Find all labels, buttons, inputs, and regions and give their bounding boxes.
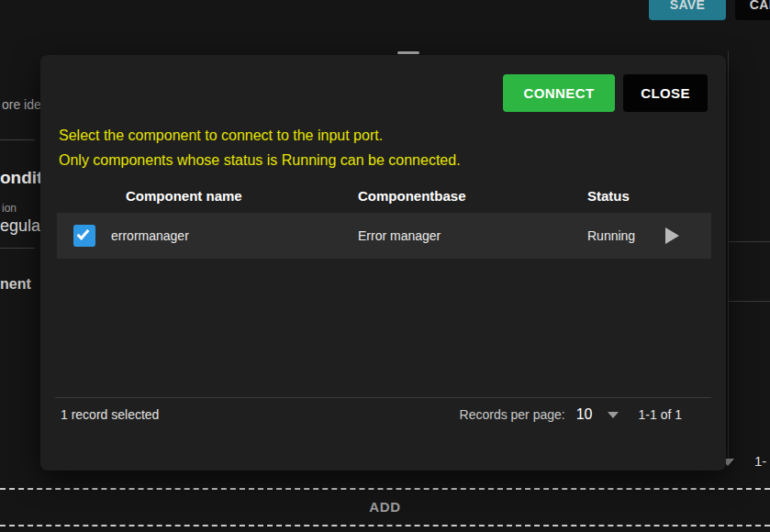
section-divider	[0, 248, 35, 249]
records-per-page-label: Records per page:	[460, 407, 565, 422]
truncated-field-label: ion	[2, 202, 17, 215]
play-arrow-icon[interactable]	[665, 227, 679, 244]
truncated-section-title-condition: ondit	[0, 168, 42, 188]
add-button[interactable]: ADD	[0, 499, 770, 515]
save-button[interactable]: SAVE	[649, 0, 726, 20]
truncated-label-identifier: ore ider	[2, 97, 45, 112]
panel-border	[728, 51, 729, 459]
cancel-button[interactable]: CANCEL	[735, 0, 770, 20]
selection-count-text: 1 record selected	[61, 407, 159, 422]
checkmark-icon	[77, 227, 90, 239]
pagination-fragment: 1-	[754, 453, 766, 469]
connect-button[interactable]: CONNECT	[503, 74, 615, 112]
close-button[interactable]: CLOSE	[623, 74, 708, 112]
section-divider	[0, 139, 35, 140]
connect-component-dialog: CONNECT CLOSE Select the component to co…	[40, 55, 726, 471]
chevron-down-icon[interactable]	[608, 412, 619, 418]
column-header-component-name: Component name	[126, 188, 242, 204]
footer-divider	[55, 397, 711, 398]
dashed-divider	[0, 525, 770, 526]
column-header-status: Status	[587, 188, 630, 204]
truncated-section-title-component: nent	[0, 276, 31, 293]
dialog-message-line2: Only components whose status is Running …	[59, 148, 461, 172]
dialog-message-line1: Select the component to connect to the i…	[59, 123, 461, 148]
cell-status: Running	[587, 228, 635, 243]
pagination-range-text: 1-1 of 1	[639, 407, 682, 422]
app-screen: SAVE CANCEL ore ider ondit ion egular ne…	[0, 0, 770, 532]
pagination-controls: Records per page: 10 1-1 of 1	[460, 401, 682, 428]
row-checkbox[interactable]	[73, 225, 95, 247]
cell-componentbase: Error manager	[358, 228, 441, 243]
cell-component-name: errormanager	[111, 228, 189, 243]
records-per-page-select[interactable]: 10	[576, 406, 593, 423]
dashed-divider	[0, 488, 770, 490]
row-divider	[729, 241, 770, 242]
table-row[interactable]: errormanager Error manager Running	[57, 213, 711, 259]
column-header-componentbase: Componentbase	[358, 188, 466, 204]
row-divider	[729, 301, 770, 302]
drag-handle[interactable]	[397, 51, 419, 54]
dialog-message: Select the component to connect to the i…	[59, 123, 461, 172]
truncated-field-value: egular	[0, 216, 46, 236]
